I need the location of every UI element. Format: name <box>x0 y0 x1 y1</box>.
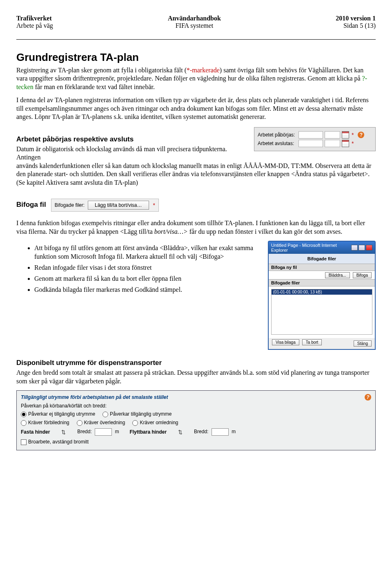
paragraph-3-left: Datum är obligatorisk och klockslag anvä… <box>16 145 249 162</box>
required-star-icon: * <box>352 132 354 138</box>
end-date-label: Arbetet avslutas: <box>258 141 297 146</box>
help-icon[interactable]: ? <box>365 394 371 401</box>
close-button[interactable]: Stäng <box>354 340 372 347</box>
version-label: 2010 version 1 <box>336 15 376 22</box>
date-widget: Arbetet påbörjas: * ? Arbetet avslutas: … <box>254 127 376 151</box>
radio-icon <box>77 420 82 426</box>
required-star-icon: * <box>352 140 354 147</box>
star-marked-text: *-markerade <box>187 67 220 74</box>
sort-icon[interactable]: ⇅ <box>178 429 183 435</box>
end-date-input[interactable] <box>298 140 323 147</box>
start-date-label: Arbetet påbörjas: <box>258 132 297 138</box>
remove-attachment-button[interactable]: Ta bort <box>302 339 322 345</box>
page-title: Grundregistrera TA-plan <box>16 51 376 64</box>
section-attach-file: Bifoga fil <box>16 201 46 209</box>
page-header: Trafikverket Arbete på väg Användarhandb… <box>16 15 376 29</box>
list-item: Att bifoga ny fil utförs genom att först… <box>34 244 260 261</box>
paragraph-disp: Ange den bredd som totalt är smalast att… <box>16 369 376 385</box>
intro-paragraph: Registrering av TA-plan sker genom att f… <box>16 66 376 91</box>
list-item: Redan infogade filer visas i det stora f… <box>34 264 260 272</box>
sort-icon[interactable]: ⇅ <box>61 429 66 435</box>
fixed-obstacles-label: Fasta hinder <box>21 429 50 435</box>
unit-label: m <box>115 429 119 434</box>
radio-icon <box>102 412 108 417</box>
popup-section-list: Bifogade filer <box>269 279 375 286</box>
window-title: Untitled Page - Microsoft Internet Explo… <box>271 243 351 253</box>
calendar-icon[interactable] <box>342 131 349 139</box>
header-rule <box>16 39 376 40</box>
section-start-stop: Arbetet påbörjas respektive avsluts <box>16 135 249 143</box>
page-number: Sidan 5 (13) <box>336 22 376 29</box>
radio-icon <box>21 412 27 417</box>
paragraph-4: I denna funktion bifogas exempelvis ritn… <box>16 219 376 236</box>
radio-option[interactable]: Kräver överledning <box>77 420 125 426</box>
handbook-sub: FIFA systemet <box>168 22 221 29</box>
attached-file-list[interactable]: (01-01-01 00:00:00, 13 kB) <box>271 289 372 335</box>
list-item: Genom att markera fil så kan du ta bort … <box>34 275 260 283</box>
attach-popup-window: Untitled Page - Microsoft Internet Explo… <box>268 241 376 350</box>
radio-icon <box>21 420 27 426</box>
close-icon[interactable] <box>366 245 372 251</box>
attach-open-button[interactable]: Lägg till/ta bort/visa… <box>88 201 149 210</box>
radio-option[interactable]: Kräver förbiledning <box>21 420 69 426</box>
available-space-panel: Tillgängligt utrymme förbi arbetsplatsen… <box>16 390 376 450</box>
calendar-icon[interactable] <box>342 140 349 147</box>
section-available-space: Disponibelt utrymme för dispenstransport… <box>16 359 376 367</box>
fixed-width-input[interactable] <box>95 428 112 436</box>
paragraph-2: I denna del av TA-planen registreras inf… <box>16 96 376 121</box>
radio-icon <box>132 420 138 426</box>
help-icon[interactable]: ? <box>358 132 364 138</box>
checkbox-icon <box>21 439 27 445</box>
radio-option[interactable]: Kräver omledning <box>132 420 178 426</box>
paragraph-3-after: används kalenderfunktionen eller så kan … <box>16 162 376 187</box>
maximize-icon[interactable] <box>359 245 365 251</box>
required-star-icon: * <box>153 202 155 208</box>
movable-obstacles-label: Flyttbara hinder <box>129 429 167 435</box>
popup-section-new: Bifoga ny fil <box>269 264 375 271</box>
handbook-title: Användarhandbok <box>168 15 221 22</box>
show-attachment-button[interactable]: Visa bilaga <box>272 339 299 345</box>
width-label: Bredd: <box>194 429 208 434</box>
selected-file-row[interactable]: (01-01-01 00:00:00, 13 kB) <box>272 289 372 295</box>
attach-label: Bifogade filer: <box>55 202 85 208</box>
minimize-icon[interactable] <box>351 245 358 251</box>
panel-sub: Påverkan på körbana/körfält och bredd: <box>21 403 371 409</box>
start-time-input[interactable] <box>325 131 340 139</box>
popup-heading: Bifogade filer <box>269 254 375 264</box>
end-time-input[interactable] <box>325 140 340 147</box>
instruction-list: Att bifoga ny fil utförs genom att först… <box>16 244 260 294</box>
panel-heading: Tillgängligt utrymme förbi arbetsplatsen… <box>21 394 168 400</box>
attach-button[interactable]: Bifoga <box>353 272 372 278</box>
radio-option[interactable]: Påverkar ej tillgänglig utrymme <box>21 411 95 417</box>
checkbox-option[interactable]: Broarbete, avstängd bromitt <box>21 439 89 445</box>
unit-label: m <box>232 429 236 434</box>
start-date-input[interactable] <box>298 131 323 139</box>
window-titlebar: Untitled Page - Microsoft Internet Explo… <box>269 242 375 254</box>
browse-button[interactable]: Bläddra... <box>325 272 350 278</box>
width-label: Bredd: <box>77 429 91 434</box>
list-item: Godkända bilagda filer markeras med Godk… <box>34 286 260 294</box>
org-name: Trafikverket <box>16 15 53 22</box>
org-sub: Arbete på väg <box>16 22 53 29</box>
attach-inline-widget: Bifogade filer: Lägg till/ta bort/visa… … <box>51 199 159 212</box>
radio-option[interactable]: Påverkar tillgänglig utrymme <box>102 411 172 417</box>
movable-width-input[interactable] <box>212 428 229 436</box>
